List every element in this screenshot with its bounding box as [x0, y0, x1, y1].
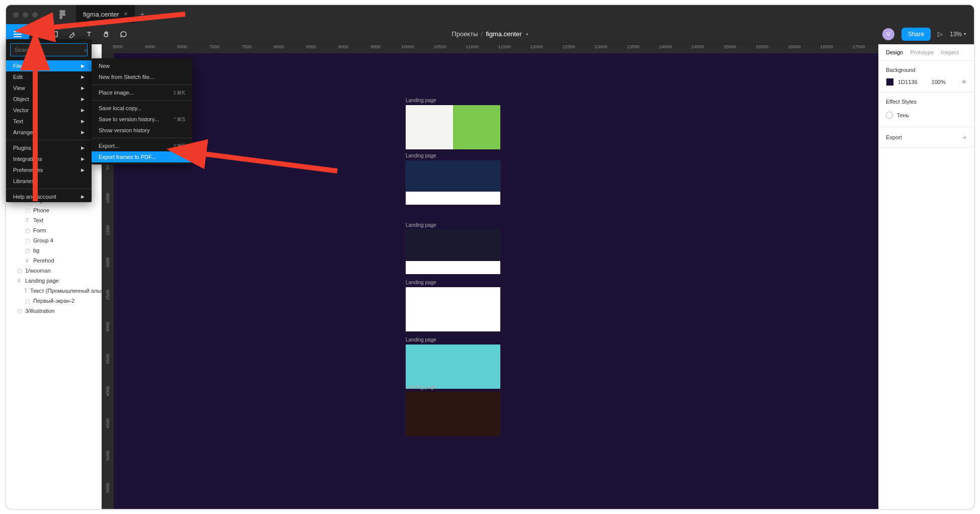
svg-line-3	[196, 153, 337, 171]
menu-item-view[interactable]: View▶	[6, 82, 92, 94]
breadcrumb-project[interactable]: Проекты	[451, 30, 478, 38]
breadcrumb: Проекты / figma.center ▾	[451, 30, 528, 38]
menu-item-file[interactable]: File▶	[6, 60, 92, 71]
menu-search[interactable]: ⌕	[10, 43, 88, 56]
layer-item[interactable]: ⬚Group 4	[6, 235, 101, 245]
menu-item-object[interactable]: Object▶	[6, 94, 92, 105]
submenu-item-new-from-sketch-file-[interactable]: New from Sketch file...	[92, 71, 192, 82]
ruler-horizontal: 5500600065007000750080008500900095001000…	[102, 44, 878, 53]
submenu-item-export-frames-to-pdf-[interactable]: Export frames to PDF...	[92, 151, 192, 162]
submenu-item-new[interactable]: New	[92, 60, 192, 71]
export-heading: Export	[886, 134, 902, 140]
canvas-frame[interactable]: Landing page	[406, 98, 500, 149]
submenu-item-place-image-[interactable]: Place image...⇧⌘K	[92, 87, 192, 98]
breadcrumb-separator: /	[481, 30, 483, 38]
avatar[interactable]: V	[882, 28, 894, 40]
layer-item[interactable]: ▢Form	[6, 225, 101, 235]
layer-item[interactable]: TТекст (Промышленный альп...	[6, 286, 101, 296]
menu-item-text[interactable]: Text▶	[6, 116, 92, 127]
layer-item[interactable]: #Landing page	[6, 276, 101, 286]
canvas-frame[interactable]: Landing page	[406, 222, 500, 274]
menu-item-arrange[interactable]: Arrange▶	[6, 127, 92, 138]
canvas-frame[interactable]: Landing page	[406, 337, 500, 389]
background-hex[interactable]: 1D1136	[898, 79, 918, 85]
svg-line-1	[44, 14, 185, 28]
submenu-item-save-local-copy-[interactable]: Save local copy...	[92, 103, 192, 114]
effect-icon	[886, 112, 893, 119]
canvas-frame[interactable]: Landing page	[406, 384, 500, 436]
layer-item[interactable]: #Perehod	[6, 255, 101, 266]
main-menu-dropdown: ⌕ File▶Edit▶View▶Object▶Vector▶Text▶Arra…	[6, 39, 92, 202]
file-submenu: NewNew from Sketch file...Place image...…	[92, 58, 192, 164]
share-button[interactable]: Share	[901, 28, 931, 41]
menu-item-help-and-account[interactable]: Help and account▶	[6, 191, 92, 202]
zoom-dropdown[interactable]: 13%▾	[950, 31, 966, 38]
menu-item-integrations[interactable]: Integrations▶	[6, 153, 92, 164]
menu-item-vector[interactable]: Vector▶	[6, 105, 92, 116]
canvas-frame[interactable]: Landing page	[406, 280, 500, 331]
add-export-button[interactable]: +	[963, 133, 967, 141]
layer-item[interactable]: ▢3/illustration	[6, 306, 101, 316]
submenu-item-export-[interactable]: Export...⇧⌘E	[92, 140, 192, 151]
visibility-toggle-icon[interactable]: 👁	[961, 79, 967, 85]
properties-panel: Design Prototype Inspect Background 1D11…	[878, 44, 974, 509]
layer-item[interactable]: ▢bg	[6, 245, 101, 255]
layer-item[interactable]: TText	[6, 215, 101, 225]
menu-item-edit[interactable]: Edit▶	[6, 71, 92, 82]
properties-tabs: Design Prototype Inspect	[879, 44, 974, 61]
tab-design[interactable]: Design	[886, 49, 903, 55]
background-opacity[interactable]: 100%	[932, 79, 946, 85]
tab-inspect[interactable]: Inspect	[941, 49, 958, 55]
breadcrumb-document[interactable]: figma.center	[486, 30, 522, 38]
layer-item[interactable]: ⬚Phone	[6, 205, 101, 215]
menu-item-plugins[interactable]: Plugins▶	[6, 142, 92, 153]
effect-styles-heading: Effect Styles	[886, 99, 967, 105]
submenu-item-save-to-version-history-[interactable]: Save to version history...⌃⌘S	[92, 114, 192, 125]
chevron-down-icon[interactable]: ▾	[526, 32, 529, 37]
menu-item-preferences[interactable]: Preferences▶	[6, 164, 92, 176]
submenu-item-show-version-history[interactable]: Show version history	[92, 125, 192, 136]
background-swatch[interactable]	[886, 78, 894, 86]
effect-name: Тень	[897, 112, 909, 118]
menu-item-libraries[interactable]: Libraries	[6, 176, 92, 187]
background-heading: Background	[886, 67, 967, 73]
layer-item[interactable]: ▢1/wooman	[6, 266, 101, 276]
canvas-frame[interactable]: Landing page	[406, 153, 500, 205]
present-button[interactable]: ▷	[938, 30, 943, 38]
canvas[interactable]: 5500600065007000750080008500900095001000…	[102, 44, 878, 509]
tab-prototype[interactable]: Prototype	[910, 49, 934, 55]
layer-item[interactable]: ⬚Первый-экран-2	[6, 296, 101, 306]
effect-style-item[interactable]: Тень	[886, 110, 967, 121]
search-icon: ⌕	[84, 47, 88, 53]
